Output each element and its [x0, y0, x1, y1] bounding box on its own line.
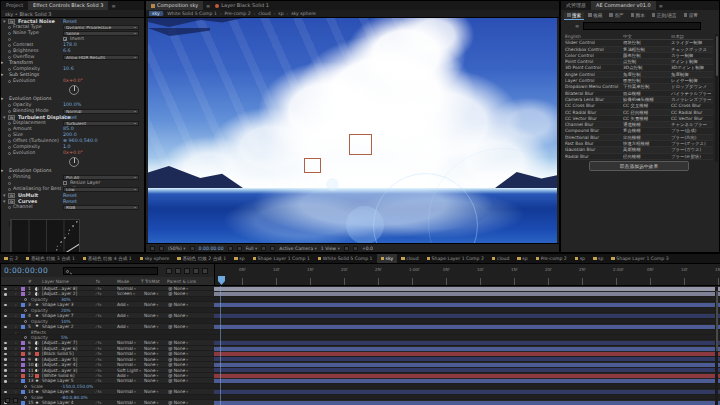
tab-expression-manager[interactable]: 式管理器 — [561, 1, 591, 10]
twirl-icon[interactable]: › — [15, 351, 17, 356]
visibility-eye-icon[interactable] — [4, 347, 7, 350]
layer-name[interactable]: [Adjust...ayer 6] — [42, 346, 92, 351]
stopwatch-icon[interactable] — [8, 188, 11, 191]
layer-duration-bar[interactable] — [214, 341, 720, 345]
layer-label-chip[interactable] — [21, 347, 25, 351]
col-number[interactable]: # — [28, 279, 32, 284]
timeline-comp-tab[interactable]: 基础色 特效 2 合成 1 — [173, 254, 230, 264]
fx-badge-icon[interactable]: fx — [8, 193, 15, 198]
timeline-comp-tab[interactable]: sp — [589, 254, 607, 264]
table-row[interactable]: Radial Blur径向模糊ブラー(放射状) — [565, 154, 713, 160]
resolution-dropdown[interactable]: Full — [246, 246, 258, 251]
timeline-search-input[interactable] — [63, 267, 158, 275]
layer-label-chip[interactable] — [21, 401, 25, 405]
parent-link-dropdown[interactable]: @ None — [168, 362, 188, 367]
visibility-eye-icon[interactable] — [4, 293, 7, 296]
trkmat-dropdown[interactable]: None — [144, 368, 158, 373]
trkmat-dropdown[interactable]: None — [144, 362, 158, 367]
property-value[interactable]: -80.0,80.0% — [61, 395, 88, 400]
grid-guides-icon[interactable] — [190, 246, 195, 251]
stopwatch-icon[interactable] — [8, 206, 11, 209]
layer-label-chip[interactable] — [21, 325, 25, 329]
twirl-icon[interactable]: › — [15, 302, 17, 307]
blend-mode-dropdown[interactable]: Add — [117, 302, 142, 307]
property-value[interactable]: -150.0,150.0% — [61, 384, 93, 389]
curve-editor[interactable] — [1, 210, 144, 252]
parent-link-dropdown[interactable]: @ None — [168, 346, 188, 351]
transparency-grid-icon[interactable] — [270, 246, 275, 251]
layer-name[interactable]: [White Solid 6] — [42, 373, 92, 378]
twirl-icon[interactable]: ▸ — [1, 72, 3, 77]
col-layer-name[interactable]: Layer Name — [42, 279, 69, 284]
hide-shy-icon[interactable] — [184, 268, 190, 274]
layer-name[interactable]: Shape Layer 2 — [42, 324, 92, 329]
evolution-dial[interactable] — [1, 156, 144, 168]
layer-label-chip[interactable] — [21, 287, 25, 291]
fx-badge-icon[interactable]: fx — [8, 115, 15, 120]
fx-badge-icon[interactable]: fx — [8, 19, 15, 24]
tab-composition-sky[interactable]: Composition sky — [146, 1, 203, 10]
timeline-comp-tab[interactable]: 基础色 特效 3 合成 1 — [22, 254, 79, 264]
stopwatch-icon[interactable] — [8, 122, 11, 125]
fast-previews-icon[interactable] — [353, 246, 358, 251]
layer-switches[interactable]: ⁄ fx — [96, 373, 101, 378]
tab-layer-black-solid-1[interactable]: Layer Black Solid 1 — [210, 1, 274, 10]
blend-mode-dropdown[interactable]: Normal — [117, 346, 142, 351]
twirl-icon[interactable]: › — [15, 346, 17, 351]
blend-mode-dropdown[interactable]: Normal — [117, 389, 142, 394]
timeline-comp-tab[interactable]: 基础色 特效 4 合成 1 — [79, 254, 136, 264]
trkmat-dropdown[interactable]: None — [144, 313, 158, 318]
layer-switches[interactable]: ⁄ fx — [96, 302, 101, 307]
tab-project[interactable]: Project — [1, 1, 28, 10]
layer-switches[interactable]: ⁄ fx — [96, 378, 101, 383]
twirl-icon[interactable]: › — [15, 291, 17, 296]
breadcrumb-item[interactable]: sp — [275, 11, 286, 16]
property-checkbox[interactable]: ✓ — [63, 37, 67, 41]
layer-switches[interactable]: ⁄ fx — [96, 324, 101, 329]
fx-badge-icon[interactable]: fx — [8, 199, 15, 204]
stopwatch-icon[interactable] — [8, 134, 11, 137]
frame-blending-icon[interactable] — [193, 268, 199, 274]
visibility-eye-icon[interactable] — [4, 391, 7, 394]
parent-link-dropdown[interactable]: @ None — [168, 389, 188, 394]
current-time-display[interactable]: 0:00:00:00 — [4, 266, 48, 275]
layer-label-chip[interactable] — [21, 352, 25, 356]
layer-label-chip[interactable] — [21, 341, 25, 345]
scrollbar-thumb[interactable] — [716, 36, 718, 76]
evolution-dial[interactable] — [1, 84, 144, 96]
layer-duration-bar[interactable] — [214, 303, 720, 307]
zoom-level-dropdown[interactable]: (50%) — [168, 246, 186, 251]
parent-link-dropdown[interactable]: @ None — [168, 324, 188, 329]
visibility-eye-icon[interactable] — [4, 315, 7, 318]
parent-link-dropdown[interactable]: @ None — [168, 368, 188, 373]
selection-box-1[interactable] — [349, 134, 372, 155]
layer-name[interactable]: Shape Layer 3 — [42, 302, 92, 307]
layer-name[interactable]: [Adjust...ayer 4] — [42, 362, 92, 367]
twirl-icon[interactable]: › — [15, 357, 17, 362]
visibility-eye-icon[interactable] — [4, 342, 7, 345]
trkmat-dropdown[interactable]: None — [144, 324, 158, 329]
blend-mode-dropdown[interactable]: Normal — [117, 340, 142, 345]
effect-search-input[interactable] — [583, 22, 701, 30]
curve-grid[interactable] — [10, 219, 80, 252]
parent-link-dropdown[interactable]: @ None — [168, 313, 188, 318]
snapshot-icon[interactable] — [228, 246, 233, 251]
3d-view-dropdown[interactable]: Active Camera — [279, 246, 316, 251]
stopwatch-icon[interactable] — [8, 80, 11, 83]
visibility-eye-icon[interactable] — [4, 304, 7, 307]
layer-label-chip[interactable] — [21, 390, 25, 394]
blend-mode-dropdown[interactable]: Add — [117, 324, 142, 329]
tab-ae-commander[interactable]: AE Commander v01.0 — [591, 1, 656, 10]
layer-duration-bar[interactable] — [214, 390, 720, 394]
trkmat-dropdown[interactable]: None — [144, 357, 158, 362]
stopwatch-icon[interactable] — [8, 176, 11, 179]
stopwatch-icon[interactable] — [24, 320, 27, 323]
layer-label-chip[interactable] — [21, 374, 25, 378]
timeline-comp-tab[interactable]: Pre-comp 2 — [532, 254, 571, 264]
trkmat-dropdown[interactable]: None — [144, 373, 158, 378]
visibility-eye-icon[interactable] — [4, 364, 7, 367]
trkmat-dropdown[interactable]: None — [144, 291, 158, 296]
stopwatch-icon[interactable] — [24, 396, 27, 399]
show-channel-icon[interactable] — [237, 246, 242, 251]
stopwatch-icon[interactable] — [8, 140, 11, 143]
